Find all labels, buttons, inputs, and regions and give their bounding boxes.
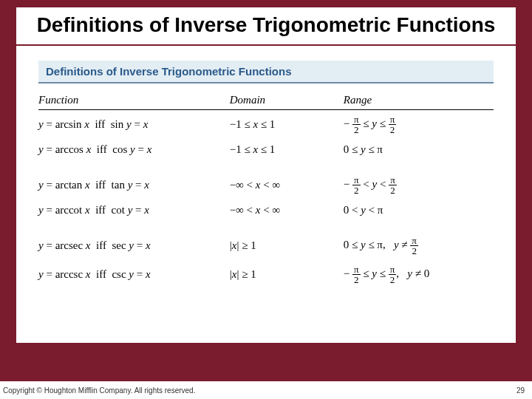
header-range: Range — [344, 94, 494, 110]
cell-range: 0 ≤ y ≤ π — [344, 139, 494, 160]
header-function: Function — [38, 94, 230, 110]
table-row: y = arctan x iff tan y = x−∞ < x < ∞− π2… — [38, 171, 494, 200]
cell-range: − π2 ≤ y ≤ π2 — [344, 110, 494, 140]
cell-range: 0 ≤ y ≤ π, y ≠ π2 — [344, 231, 494, 260]
slide-footer: Copyright © Houghton Mifflin Company. Al… — [0, 381, 532, 399]
cell-range: − π2 ≤ y ≤ π2, y ≠ 0 — [344, 260, 494, 289]
copyright-text: Copyright © Houghton Mifflin Company. Al… — [3, 386, 195, 395]
definitions-table: Function Domain Range y = arcsin x iff s… — [38, 94, 494, 289]
table-row: y = arccos x iff cos y = x−1 ≤ x ≤ 10 ≤ … — [38, 139, 494, 160]
table-row: y = arccsc x iff csc y = x|x| ≥ 1− π2 ≤ … — [38, 260, 494, 289]
cell-domain: |x| ≥ 1 — [230, 231, 344, 260]
cell-function: y = arccos x iff cos y = x — [38, 139, 230, 160]
table-row: y = arccot x iff cot y = x−∞ < x < ∞0 < … — [38, 200, 494, 221]
cell-domain: |x| ≥ 1 — [230, 260, 344, 289]
header-domain: Domain — [230, 94, 344, 110]
cell-function: y = arcsec x iff sec y = x — [38, 231, 230, 260]
cell-range: 0 < y < π — [344, 200, 494, 221]
table-header-row: Function Domain Range — [38, 94, 494, 110]
cell-function: y = arccot x iff cot y = x — [38, 200, 230, 221]
cell-domain: −∞ < x < ∞ — [230, 171, 344, 200]
slide-title: Definitions of Inverse Trigonometric Fun… — [24, 13, 508, 37]
cell-function: y = arcsin x iff sin y = x — [38, 110, 230, 140]
slide-title-bar: Definitions of Inverse Trigonometric Fun… — [16, 7, 516, 44]
table-row: y = arcsec x iff sec y = x|x| ≥ 10 ≤ y ≤… — [38, 231, 494, 260]
cell-domain: −1 ≤ x ≤ 1 — [230, 139, 344, 160]
cell-domain: −∞ < x < ∞ — [230, 200, 344, 221]
definitions-box-title: Definitions of Inverse Trigonometric Fun… — [38, 61, 494, 83]
page-number: 29 — [516, 386, 525, 395]
cell-function: y = arctan x iff tan y = x — [38, 171, 230, 200]
table-row: y = arcsin x iff sin y = x−1 ≤ x ≤ 1− π2… — [38, 110, 494, 140]
cell-domain: −1 ≤ x ≤ 1 — [230, 110, 344, 140]
content-panel: Definitions of Inverse Trigonometric Fun… — [16, 46, 516, 343]
cell-function: y = arccsc x iff csc y = x — [38, 260, 230, 289]
cell-range: − π2 < y < π2 — [344, 171, 494, 200]
